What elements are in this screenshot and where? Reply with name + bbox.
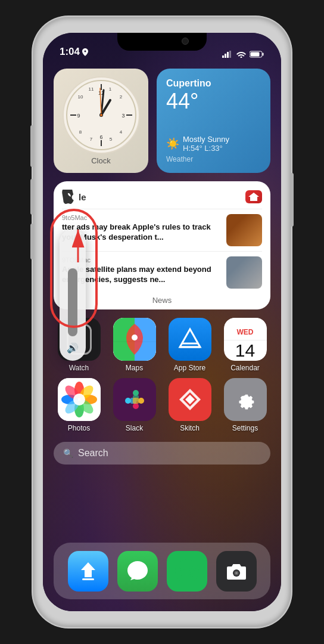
- news-thumb-2: [226, 256, 262, 289]
- svg-rect-47: [138, 398, 144, 404]
- app-item-slack[interactable]: Slack: [109, 378, 160, 432]
- clock-face: 12 6 3 9 2 1 11 10 8 7 5 4: [63, 76, 140, 154]
- wifi-icon: [236, 51, 246, 58]
- svg-rect-45: [125, 398, 131, 404]
- svg-rect-1: [225, 54, 226, 58]
- svg-rect-6: [251, 52, 260, 57]
- app-label-settings: Settings: [232, 424, 258, 432]
- svg-rect-5: [263, 53, 264, 56]
- weather-high: H:54°: [183, 144, 202, 153]
- location-icon: [82, 48, 88, 56]
- news-thumb-1: [226, 214, 262, 246]
- weather-low: L:33°: [204, 144, 223, 153]
- volume-icon: 🔊: [67, 342, 79, 354]
- svg-text:10: 10: [77, 94, 83, 100]
- app-label-calendar: Calendar: [230, 364, 260, 372]
- status-time: 1:04: [60, 46, 88, 58]
- phone-screen: 1:04: [43, 33, 281, 611]
- search-bar[interactable]: 🔍 Search: [54, 442, 270, 465]
- app-icon-slack: [113, 378, 156, 421]
- weather-condition: Mostly Sunny: [183, 135, 229, 144]
- svg-point-44: [73, 394, 85, 405]
- widgets-row: 12 6 3 9 2 1 11 10 8 7 5 4: [54, 69, 270, 173]
- app-item-calendar[interactable]: WED 14 Calendar: [220, 318, 270, 372]
- calendar-day: WED: [237, 328, 254, 336]
- svg-text:5: 5: [109, 137, 112, 142]
- svg-text:1: 1: [108, 86, 111, 92]
- svg-point-28: [100, 114, 102, 116]
- svg-text:8: 8: [79, 129, 82, 135]
- clock-widget[interactable]: 12 6 3 9 2 1 11 10 8 7 5 4: [54, 69, 148, 173]
- news-widget-label: News: [62, 296, 262, 305]
- power-button[interactable]: [291, 173, 294, 227]
- svg-rect-3: [229, 51, 231, 58]
- app-icon-photos: [58, 378, 101, 421]
- svg-text:7: 7: [89, 137, 92, 142]
- time-display: 1:04: [60, 46, 80, 58]
- app-item-settings[interactable]: Settings: [220, 378, 270, 432]
- annotation-arrow: [69, 221, 87, 268]
- news-apple-title: le: [79, 192, 86, 202]
- app-label-skitch: Skitch: [180, 424, 200, 432]
- app-label-maps: Maps: [126, 364, 143, 372]
- search-placeholder: Search: [78, 448, 108, 459]
- app-icon-calendar: WED 14: [224, 318, 267, 361]
- app-label-appstore: App Store: [174, 364, 205, 372]
- app-label-slack: Slack: [126, 424, 143, 432]
- clock-label: Clock: [91, 156, 111, 165]
- volume-up-button[interactable]: [30, 179, 33, 215]
- status-icons: [222, 51, 264, 58]
- search-icon: 🔍: [63, 448, 73, 458]
- app-grid: Watch Maps: [54, 318, 270, 432]
- svg-text:2: 2: [119, 94, 122, 100]
- volume-fill: [68, 268, 77, 336]
- weather-widget[interactable]: Cupertino 44° ☀️ Mostly Sunny H:54° L:33…: [157, 69, 270, 173]
- app-item-maps[interactable]: Maps: [109, 318, 160, 372]
- svg-rect-48: [133, 403, 139, 409]
- app-item-photos[interactable]: Photos: [54, 378, 104, 432]
- apple-logo-icon: [62, 190, 74, 204]
- volume-down-button[interactable]: [30, 224, 33, 259]
- battery-icon: [250, 51, 264, 58]
- svg-text:11: 11: [88, 86, 94, 92]
- sun-icon: ☀️: [166, 137, 179, 150]
- weather-city: Cupertino: [166, 78, 261, 89]
- svg-text:3: 3: [122, 113, 124, 119]
- app-icon-maps: [113, 318, 156, 361]
- news-logo: [245, 190, 262, 203]
- app-label-photos: Photos: [68, 424, 90, 432]
- app-icon-appstore: [169, 318, 211, 361]
- news-item-1[interactable]: 9to5Mac tter ads may break Apple's rules…: [62, 209, 262, 251]
- weather-label: Weather: [166, 155, 261, 163]
- signal-icon: [222, 51, 233, 58]
- svg-text:9: 9: [77, 113, 80, 119]
- phone-frame: 1:04: [34, 18, 290, 626]
- weather-range: H:54° L:33°: [183, 144, 229, 153]
- svg-rect-0: [222, 55, 224, 58]
- app-item-appstore[interactable]: App Store: [164, 318, 215, 372]
- notch: [117, 33, 207, 51]
- svg-text:6: 6: [99, 134, 102, 140]
- app-icon-skitch: [169, 378, 211, 421]
- svg-text:4: 4: [119, 129, 122, 135]
- news-item-2[interactable]: 9TO5Mac Apple satellite plans may extend…: [62, 251, 262, 293]
- calendar-date: 14: [235, 340, 255, 361]
- front-camera: [182, 38, 189, 45]
- weather-temp: 44°: [166, 89, 261, 114]
- app-icon-settings: [224, 378, 267, 421]
- svg-rect-51: [133, 398, 139, 404]
- app-label-watch: Watch: [69, 364, 89, 372]
- app-item-skitch[interactable]: Skitch: [164, 378, 215, 432]
- news-header: le: [62, 190, 262, 204]
- svg-point-32: [132, 335, 138, 340]
- weather-icon-row: ☀️ Mostly Sunny H:54° L:33°: [166, 135, 261, 153]
- svg-rect-2: [227, 52, 229, 58]
- svg-rect-46: [133, 390, 139, 396]
